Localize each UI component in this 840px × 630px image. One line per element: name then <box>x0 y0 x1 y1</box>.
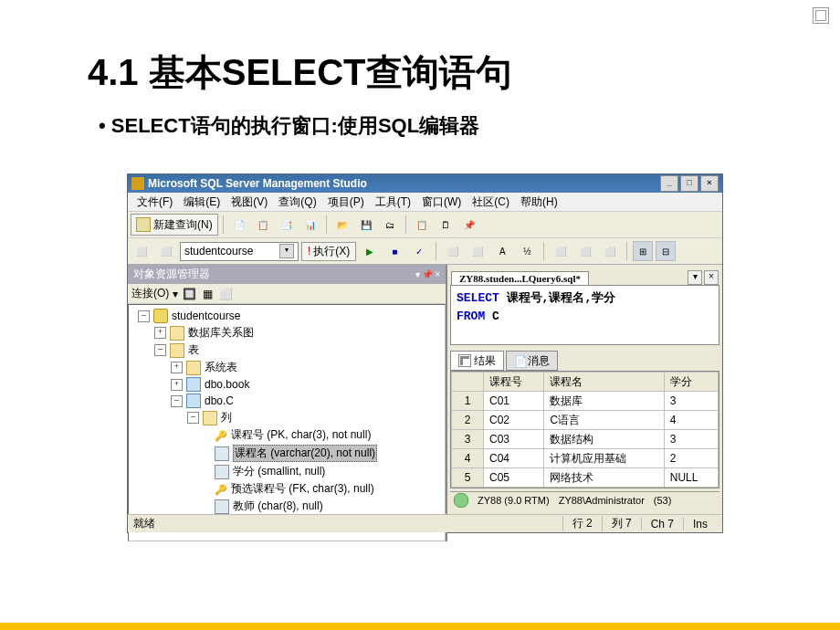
toolbar-icon[interactable]: ⬜ <box>442 240 464 262</box>
toolbar-icon[interactable]: 📂 <box>331 214 353 236</box>
slide: 4.1 基本SELECT查询语句 • SELECT语句的执行窗口:使用SQL编辑… <box>0 0 840 630</box>
menu-help[interactable]: 帮助(H) <box>515 194 563 210</box>
statusbar: 就绪 行 2 列 7 Ch 7 Ins <box>128 514 722 532</box>
toolbar-icon[interactable]: ⊞ <box>633 241 653 261</box>
menu-view[interactable]: 视图(V) <box>226 194 273 210</box>
toolbar-icon[interactable]: 📌 <box>458 214 480 236</box>
result-grid[interactable]: 课程号 课程名 学分 1C01数据库3 2C02C语言4 3C03数据结构3 4… <box>450 371 719 488</box>
execute-button[interactable]: ! 执行(X) <box>301 242 356 261</box>
menu-file[interactable]: 文件(F) <box>131 194 178 210</box>
stop-button[interactable]: ■ <box>383 240 405 262</box>
subtitle-text: SELECT语句的执行窗口:使用SQL编辑器 <box>111 114 479 137</box>
results-area: 结果 📄消息 课程号 课程名 学分 1C01数据库3 2C <box>450 351 719 509</box>
menu-community[interactable]: 社区(C) <box>467 194 515 210</box>
menu-tools[interactable]: 工具(T) <box>370 194 416 210</box>
toolbar-icon[interactable]: ⬜ <box>155 240 177 262</box>
object-tree[interactable]: –studentcourse +数据库关系图 –表 +系统表 +dbo.book… <box>128 304 446 541</box>
database-combo[interactable]: studentcourse ▾ <box>180 242 299 261</box>
tab-results[interactable]: 结果 <box>450 351 504 371</box>
panel-close-icon[interactable]: × <box>435 269 440 279</box>
slide-subtitle: • SELECT语句的执行窗口:使用SQL编辑器 <box>0 98 840 140</box>
editor-tabbar: ZY88.studen...LQuery6.sql* ▾ × <box>447 265 722 285</box>
object-explorer-toolbar: 连接(O)▾ 🔲 ▦ ⬜ <box>128 284 446 304</box>
table-row: 3C03数据结构3 <box>452 430 719 449</box>
toolbar-icon[interactable]: ⬜ <box>550 240 572 262</box>
tree-col-1: 🔑课程号 (PK, char(3), not null) <box>129 426 445 444</box>
toolbar-icon[interactable]: ½ <box>516 240 538 262</box>
tree-c: –dbo.C <box>129 393 445 409</box>
menu-query[interactable]: 查询(Q) <box>273 194 321 210</box>
menu-window[interactable]: 窗口(W) <box>416 194 467 210</box>
toolbar-icon[interactable]: 📑 <box>276 214 298 236</box>
toolbar-icon[interactable]: ⬜ <box>599 240 621 262</box>
toolbar-icon[interactable]: ⬜ <box>131 240 152 262</box>
header-col3: 学分 <box>664 373 718 392</box>
toolbar-icon[interactable]: 🗂 <box>379 214 401 236</box>
toolbar-icon[interactable]: 📋 <box>252 214 274 236</box>
sql-table: C <box>485 310 499 323</box>
minimize-button[interactable]: _ <box>660 175 678 192</box>
object-explorer-panel: 对象资源管理器 ▾ 📌 × 连接(O)▾ 🔲 ▦ ⬜ –studentcours… <box>128 265 447 541</box>
new-query-icon <box>136 217 151 232</box>
close-button[interactable]: × <box>700 175 719 192</box>
status-connection: (53) <box>654 495 672 506</box>
toolbar-icon[interactable]: ⬜ <box>467 240 488 262</box>
filter-icon[interactable]: ▦ <box>200 287 215 301</box>
editor-panel: ZY88.studen...LQuery6.sql* ▾ × SELECT 课程… <box>447 265 722 541</box>
bottom-highlight <box>0 623 840 630</box>
tab-messages[interactable]: 📄消息 <box>506 351 558 371</box>
toolbar-icon[interactable]: ⊟ <box>656 241 676 261</box>
status-ready: 就绪 <box>133 516 155 531</box>
table-row: 2C02C语言4 <box>452 411 719 430</box>
tab-close-icon[interactable]: × <box>704 270 719 285</box>
tree-col-4: 🔑预选课程号 (FK, char(3), null) <box>129 480 445 498</box>
tree-col-2: 课程名 (varchar(20), not null) <box>129 444 445 463</box>
window-controls: _ □ × <box>660 175 719 192</box>
toolbar-icon[interactable]: 📄 <box>228 214 250 236</box>
menu-edit[interactable]: 编辑(E) <box>178 194 226 210</box>
status-ok-icon <box>454 493 468 508</box>
menu-project[interactable]: 项目(P) <box>322 194 370 210</box>
app-icon <box>131 177 144 190</box>
toolbar-icon[interactable]: 💾 <box>355 214 377 236</box>
tab-controls: ▾ × <box>688 270 719 285</box>
maximize-button[interactable]: □ <box>680 175 698 192</box>
database-selected: studentcourse <box>184 245 253 257</box>
sql-editor[interactable]: SELECT 课程号,课程名,学分 FROM C <box>450 285 719 345</box>
check-button[interactable]: ✓ <box>408 240 430 262</box>
window-title: Microsoft SQL Server Management Studio <box>148 177 367 190</box>
grid-icon <box>458 354 471 367</box>
editor-tab[interactable]: ZY88.studen...LQuery6.sql* <box>451 271 589 285</box>
tree-col-5: 教师 (char(8), null) <box>129 498 445 515</box>
tree-book: +dbo.book <box>129 376 445 393</box>
tab-dropdown-icon[interactable]: ▾ <box>688 270 702 285</box>
msg-icon: 📄 <box>514 355 525 366</box>
parse-button[interactable]: ▶ <box>359 240 381 262</box>
toolbar-query: ⬜ ⬜ studentcourse ▾ ! 执行(X) ▶ ■ ✓ ⬜ ⬜ A … <box>128 238 722 265</box>
kw-from: FROM <box>457 310 485 323</box>
panel-pin-icon[interactable]: 📌 <box>422 269 433 279</box>
status-server: ZY88 (9.0 RTM) <box>478 495 550 506</box>
table-row: 5C05网络技术NULL <box>452 468 719 488</box>
toolbar-icon[interactable]: ⬜ <box>574 240 596 262</box>
stop-icon[interactable]: ⬜ <box>218 287 233 301</box>
status-ins: Ins <box>683 518 717 530</box>
connect-label[interactable]: 连接(O) <box>131 286 169 301</box>
tree-col-3: 学分 (smallint, null) <box>129 463 445 480</box>
object-explorer-header: 对象资源管理器 ▾ 📌 × <box>128 265 446 284</box>
ssms-window: Microsoft SQL Server Management Studio _… <box>127 173 723 533</box>
toolbar-icon[interactable]: 🗒 <box>435 214 457 236</box>
sql-columns: 课程号,课程名,学分 <box>499 291 615 305</box>
refresh-icon[interactable]: 🔲 <box>182 287 196 301</box>
new-query-button[interactable]: 新建查询(N) <box>131 214 218 236</box>
result-tabs: 结果 📄消息 <box>450 351 719 371</box>
new-query-label: 新建查询(N) <box>153 217 213 233</box>
toolbar-icon[interactable]: 📋 <box>411 214 433 236</box>
toolbar-main: 新建查询(N) 📄 📋 📑 📊 📂 💾 🗂 📋 🗒 📌 <box>128 212 722 238</box>
status-ch: Ch 7 <box>641 518 683 530</box>
toolbar-icon[interactable]: A <box>491 240 513 262</box>
toolbar-icon[interactable]: 📊 <box>299 214 321 236</box>
tree-diagrams: +数据库关系图 <box>129 324 445 341</box>
panel-dropdown-icon[interactable]: ▾ <box>415 269 420 279</box>
status-user: ZY88\Administrator <box>559 495 645 506</box>
